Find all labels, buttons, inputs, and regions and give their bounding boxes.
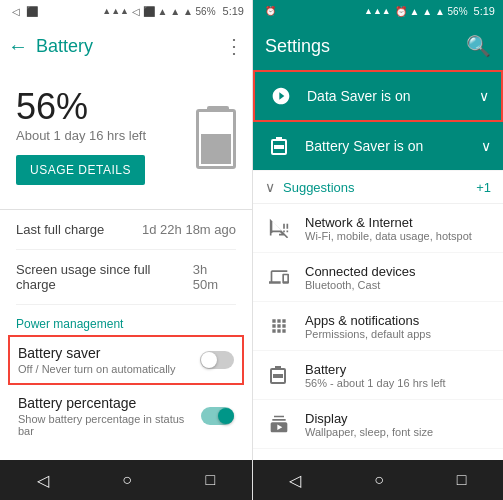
- battery-percentage-text: Battery percentage Show battery percenta…: [18, 395, 201, 437]
- right-battery-title: Battery: [305, 362, 491, 377]
- last-charge-label: Last full charge: [16, 222, 104, 237]
- connected-devices-sub: Bluetooth, Cast: [305, 279, 491, 291]
- nav-home-button[interactable]: ○: [122, 471, 132, 489]
- settings-title: Settings: [265, 36, 330, 57]
- left-time: 5:19: [223, 5, 244, 17]
- battery-percentage-sub: Show battery percentage in status bar: [18, 413, 201, 437]
- apps-text: Apps & notifications Permissions, defaul…: [305, 313, 491, 340]
- right-battery-item[interactable]: Battery 56% - about 1 day 16 hrs left: [253, 351, 503, 400]
- left-toolbar: ← Battery ⋮: [0, 22, 252, 70]
- apps-item[interactable]: Apps & notifications Permissions, defaul…: [253, 302, 503, 351]
- apps-title: Apps & notifications: [305, 313, 491, 328]
- battery-info: 56% About 1 day 16 hrs left USAGE DETAIL…: [16, 86, 146, 201]
- battery-saver-row[interactable]: Battery saver Off / Never turn on automa…: [8, 335, 244, 385]
- display-text: Display Wallpaper, sleep, font size: [305, 411, 491, 438]
- battery-time: About 1 day 16 hrs left: [16, 128, 146, 143]
- battery-saver-inner: Battery saver Off / Never turn on automa…: [18, 345, 234, 375]
- suggestions-count: +1: [476, 180, 491, 195]
- battery-percentage-toggle[interactable]: [201, 407, 234, 425]
- display-title: Display: [305, 411, 491, 426]
- display-sub: Wallpaper, sleep, font size: [305, 426, 491, 438]
- suggestions-row[interactable]: ∨ Suggestions +1: [253, 171, 503, 204]
- screen-usage-row: Screen usage since full charge 3h 50m: [16, 250, 236, 305]
- data-saver-text: Data Saver is on: [307, 88, 467, 104]
- screen-usage-value: 3h 50m: [193, 262, 236, 292]
- right-bottom-nav: ◁ ○ □: [253, 460, 503, 500]
- data-saver-icon: [267, 82, 295, 110]
- nav-recents-button[interactable]: □: [206, 471, 216, 489]
- svg-rect-4: [275, 366, 281, 369]
- suggestions-label: Suggestions: [283, 180, 476, 195]
- battery-saver-item[interactable]: Battery Saver is on ∨: [253, 122, 503, 171]
- adaptive-brightness-row[interactable]: Adaptive brightness Optimize battery lev…: [16, 449, 236, 460]
- right-alarm-icon: ⏰: [261, 6, 276, 16]
- battery-percentage-row[interactable]: Battery percentage Show battery percenta…: [16, 383, 236, 449]
- right-toolbar: Settings 🔍: [253, 22, 503, 70]
- data-saver-title: Data Saver is on: [307, 88, 467, 104]
- left-bottom-nav: ◁ ○ □: [0, 460, 252, 500]
- right-nav-back-button[interactable]: ◁: [289, 471, 301, 490]
- right-panel: ⏰ ▲▲▲ ⏰ ▲ ▲ ▲ 56% 5:19 Settings 🔍 Data S…: [252, 0, 503, 500]
- right-battery-sub: 56% - about 1 day 16 hrs left: [305, 377, 491, 389]
- battery-percentage-title: Battery percentage: [18, 395, 201, 411]
- svg-rect-2: [274, 145, 284, 149]
- screen-usage-label: Screen usage since full charge: [16, 262, 193, 292]
- battery-saver-settings-text: Battery Saver is on: [305, 138, 469, 154]
- battery-icon: [196, 109, 236, 169]
- data-saver-chevron: ∨: [479, 88, 489, 104]
- connected-devices-item[interactable]: Connected devices Bluetooth, Cast: [253, 253, 503, 302]
- menu-button[interactable]: ⋮: [224, 34, 244, 58]
- display-item[interactable]: Display Wallpaper, sleep, font size: [253, 400, 503, 449]
- network-text: Network & Internet Wi-Fi, mobile, data u…: [305, 215, 491, 242]
- connected-devices-text: Connected devices Bluetooth, Cast: [305, 264, 491, 291]
- battery-saver-text: Battery saver Off / Never turn on automa…: [18, 345, 176, 375]
- battery-saver-toggle[interactable]: [200, 351, 234, 369]
- right-nav-recents-button[interactable]: □: [457, 471, 467, 489]
- network-sub: Wi-Fi, mobile, data usage, hotspot: [305, 230, 491, 242]
- last-charge-row: Last full charge 1d 22h 18m ago: [16, 210, 236, 250]
- network-title: Network & Internet: [305, 215, 491, 230]
- right-battery-icon: [265, 132, 293, 160]
- right-nav-home-button[interactable]: ○: [374, 471, 384, 489]
- apps-icon: [265, 312, 293, 340]
- battery-header: 56% About 1 day 16 hrs left USAGE DETAIL…: [16, 86, 236, 201]
- right-time: 5:19: [474, 5, 495, 17]
- right-signal-icons: ▲▲▲: [364, 6, 391, 16]
- sound-item[interactable]: Sound Volume, vibration, Do Not Disturb: [253, 449, 503, 460]
- suggestions-chevron: ∨: [265, 179, 275, 195]
- left-status-bar: ◁ ⬛ ▲▲▲ ◁ ⬛ ▲ ▲ ▲ 56% 5:19: [0, 0, 252, 22]
- svg-rect-5: [273, 374, 283, 378]
- network-item[interactable]: Network & Internet Wi-Fi, mobile, data u…: [253, 204, 503, 253]
- back-button[interactable]: ←: [8, 35, 28, 58]
- settings-list: Data Saver is on ∨ Battery Saver is on ∨…: [253, 70, 503, 460]
- left-status-icons: ◁ ⬛: [8, 6, 38, 17]
- power-management-header: Power management: [16, 305, 236, 337]
- battery-fill: [201, 134, 231, 164]
- left-panel: ◁ ⬛ ▲▲▲ ◁ ⬛ ▲ ▲ ▲ 56% 5:19 ← Battery ⋮ 5…: [0, 0, 252, 500]
- connected-devices-title: Connected devices: [305, 264, 491, 279]
- battery-saver-chevron: ∨: [481, 138, 491, 154]
- display-icon: [265, 410, 293, 438]
- page-title: Battery: [36, 36, 216, 57]
- right-battery-status: ⏰ ▲ ▲ ▲ 56%: [395, 6, 468, 17]
- search-icon[interactable]: 🔍: [466, 34, 491, 58]
- right-battery-settings-icon: [265, 361, 293, 389]
- battery-content: 56% About 1 day 16 hrs left USAGE DETAIL…: [0, 70, 252, 460]
- battery-percent: 56%: [16, 86, 146, 128]
- left-battery-status: ◁ ⬛ ▲ ▲ ▲ 56%: [132, 6, 216, 17]
- last-charge-value: 1d 22h 18m ago: [142, 222, 236, 237]
- battery-saver-settings-title: Battery Saver is on: [305, 138, 469, 154]
- svg-rect-1: [276, 137, 282, 140]
- connected-devices-icon: [265, 263, 293, 291]
- data-saver-item[interactable]: Data Saver is on ∨: [253, 70, 503, 122]
- right-battery-text: Battery 56% - about 1 day 16 hrs left: [305, 362, 491, 389]
- nav-back-button[interactable]: ◁: [37, 471, 49, 490]
- battery-percentage-inner: Battery percentage Show battery percenta…: [18, 395, 234, 437]
- right-status-bar: ⏰ ▲▲▲ ⏰ ▲ ▲ ▲ 56% 5:19: [253, 0, 503, 22]
- battery-saver-title: Battery saver: [18, 345, 176, 361]
- apps-sub: Permissions, default apps: [305, 328, 491, 340]
- battery-saver-sub: Off / Never turn on automatically: [18, 363, 176, 375]
- usage-details-button[interactable]: USAGE DETAILS: [16, 155, 145, 185]
- network-icon: [265, 214, 293, 242]
- left-signal-icons: ▲▲▲: [102, 6, 129, 16]
